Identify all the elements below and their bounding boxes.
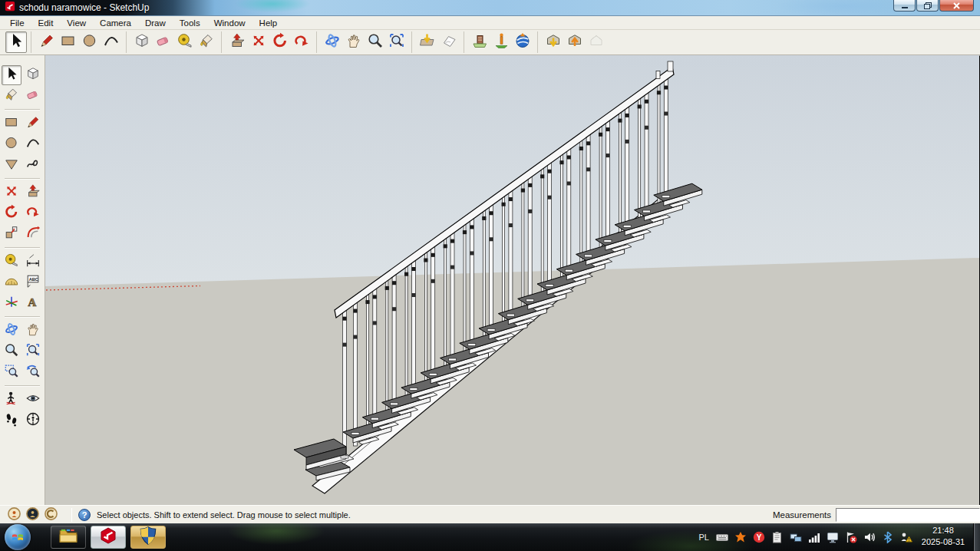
claim-credit-icon[interactable] xyxy=(45,507,58,522)
minimize-button[interactable] xyxy=(893,0,916,12)
scale-tool-button[interactable] xyxy=(2,224,21,244)
toggle-terrain-icon xyxy=(441,32,457,52)
select-icon xyxy=(8,32,25,52)
get-models-tool-button[interactable] xyxy=(543,31,564,53)
zoom-extents-tool-button[interactable] xyxy=(386,31,408,53)
arc-tool-button[interactable] xyxy=(23,134,43,154)
yandex-browser-tray-icon[interactable]: Y xyxy=(752,531,765,544)
model-viewport[interactable] xyxy=(45,55,980,505)
eraser-tool-button[interactable] xyxy=(153,31,174,53)
menu-view[interactable]: View xyxy=(60,18,93,28)
maximize-button[interactable] xyxy=(916,0,939,12)
title-bar[interactable]: schodu naramowice - SketchUp xyxy=(0,0,980,16)
follow-me-tool-button[interactable] xyxy=(23,203,43,223)
zoom-extents-tool-button[interactable] xyxy=(23,341,43,361)
look-around-tool-button[interactable] xyxy=(23,390,43,410)
menu-file[interactable]: File xyxy=(3,18,31,28)
line-tool-button[interactable] xyxy=(36,31,58,53)
zoom-tool-button[interactable] xyxy=(2,341,21,361)
avast-tray-icon[interactable] xyxy=(734,531,747,544)
menu-help[interactable]: Help xyxy=(252,18,285,28)
clipboard-tray-icon[interactable] xyxy=(770,531,784,544)
push-pull-tool-button[interactable] xyxy=(226,31,248,53)
orbit-tool-button[interactable] xyxy=(322,31,343,53)
svg-text:A: A xyxy=(28,295,37,308)
circle-tool-button[interactable] xyxy=(2,134,21,154)
device-warning-tray-icon[interactable] xyxy=(899,531,912,544)
help-icon[interactable]: ? xyxy=(78,509,91,521)
position-camera-tool-button[interactable] xyxy=(2,390,21,410)
zoom-tool-button[interactable] xyxy=(365,31,386,53)
action-center-tray-icon[interactable] xyxy=(844,531,857,544)
zoom-previous-tool-button[interactable] xyxy=(23,362,43,382)
paint-bucket-tool-button[interactable] xyxy=(2,86,21,106)
menu-draw[interactable]: Draw xyxy=(138,18,173,28)
freehand-tool-button[interactable] xyxy=(23,155,43,175)
zoom-window-tool-button[interactable] xyxy=(2,362,21,382)
protractor-tool-button[interactable] xyxy=(2,272,21,292)
pan-tool-button[interactable] xyxy=(23,321,43,341)
pan-tool-button[interactable] xyxy=(343,31,365,53)
follow-me-tool-button[interactable] xyxy=(291,31,312,53)
svg-text:Y: Y xyxy=(756,533,761,542)
move-tool-button[interactable] xyxy=(2,183,21,203)
push-pull-tool-button[interactable] xyxy=(23,183,43,203)
compass-tool-button[interactable] xyxy=(23,411,43,431)
uac-shield-taskbar-button[interactable] xyxy=(130,526,166,549)
polygon-tool-button[interactable] xyxy=(2,155,21,175)
attribution-icon[interactable] xyxy=(26,507,39,522)
walk-tool-button[interactable] xyxy=(2,411,21,431)
google-earth-tool-button[interactable] xyxy=(512,31,533,53)
make-component-tool-button[interactable] xyxy=(131,31,153,53)
language-indicator[interactable]: PL xyxy=(699,533,710,542)
volume-tray-icon[interactable] xyxy=(863,531,876,544)
signal-bars-tray-icon[interactable] xyxy=(807,531,820,544)
network-computers-tray-icon[interactable] xyxy=(789,531,802,544)
windows-explorer-taskbar-button[interactable] xyxy=(51,526,86,549)
paint-bucket-tool-button[interactable] xyxy=(196,31,217,53)
tape-measure-tool-button[interactable] xyxy=(2,252,21,272)
keyboard-tray-icon[interactable] xyxy=(715,531,728,544)
toolbar-group xyxy=(31,31,124,53)
select-tool-button[interactable] xyxy=(5,31,27,53)
toggle-terrain-tool-button[interactable] xyxy=(438,31,460,53)
tape-measure-tool-button[interactable] xyxy=(174,31,196,53)
close-button[interactable] xyxy=(939,0,974,12)
warehouse-tool-button[interactable] xyxy=(586,31,607,53)
share-model-tool-button[interactable] xyxy=(564,31,586,53)
street-view-tool-button[interactable] xyxy=(490,31,512,53)
menu-edit[interactable]: Edit xyxy=(31,18,61,28)
bluetooth-tray-icon[interactable] xyxy=(881,531,894,544)
circle-tool-button[interactable] xyxy=(79,31,101,53)
display-tray-icon[interactable] xyxy=(826,531,839,544)
menu-tools[interactable]: Tools xyxy=(173,18,207,28)
menu-camera[interactable]: Camera xyxy=(93,18,138,28)
line-tool-button[interactable] xyxy=(23,114,43,134)
add-location-tool-button[interactable] xyxy=(417,31,438,53)
rotate-tool-button[interactable] xyxy=(269,31,291,53)
street-view-icon xyxy=(493,32,510,52)
rectangle-tool-button[interactable] xyxy=(58,31,79,53)
rotate-tool-button[interactable] xyxy=(2,203,21,223)
taskbar-clock[interactable]: 21:48 2025-08-31 xyxy=(916,525,971,548)
move-tool-button[interactable] xyxy=(248,31,269,53)
start-button[interactable] xyxy=(5,524,31,550)
photo-textures-tool-button[interactable] xyxy=(469,31,490,53)
orbit-tool-button[interactable] xyxy=(2,321,21,341)
show-desktop-button[interactable] xyxy=(973,523,980,551)
3d-text-tool-button[interactable]: A xyxy=(23,293,43,313)
axes-tool-button[interactable] xyxy=(2,293,21,313)
offset-tool-button[interactable] xyxy=(23,224,43,244)
arc-tool-button[interactable] xyxy=(101,31,122,53)
text-tool-button[interactable]: ABC xyxy=(23,272,43,292)
freehand-icon xyxy=(25,156,41,174)
menu-window[interactable]: Window xyxy=(207,18,252,28)
rectangle-tool-button[interactable] xyxy=(2,114,21,134)
measurements-input[interactable] xyxy=(836,508,980,522)
geo-location-icon[interactable] xyxy=(8,507,21,522)
make-component-tool-button[interactable] xyxy=(23,65,43,85)
select-tool-button[interactable] xyxy=(2,65,21,85)
eraser-tool-button[interactable] xyxy=(23,86,43,106)
sketchup-taskbar-button[interactable] xyxy=(91,526,126,549)
dimension-tool-button[interactable] xyxy=(23,252,43,272)
